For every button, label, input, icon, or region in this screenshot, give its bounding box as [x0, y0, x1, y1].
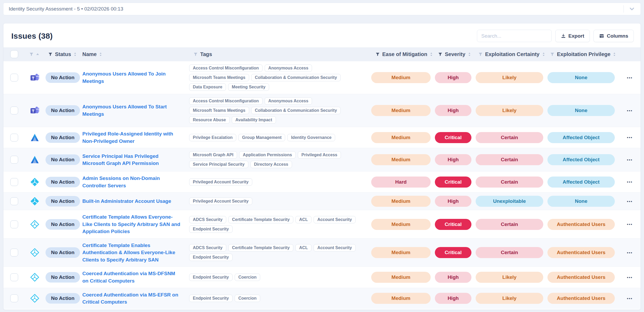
status-badge: No Action: [46, 154, 80, 165]
sort-icon[interactable]: [430, 52, 433, 57]
tag-chip: Microsoft Teams Meetings: [189, 107, 249, 114]
tag-chip: Anonymous Access: [265, 97, 312, 105]
column-header-name[interactable]: Name: [82, 51, 97, 57]
exploitation-certainty-pill: Certain: [476, 132, 543, 143]
tag-chip: Service Principal Security: [189, 161, 248, 168]
row-checkbox[interactable]: [10, 74, 18, 82]
sort-asc-icon[interactable]: [36, 53, 39, 56]
row-actions-button[interactable]: •••: [627, 222, 633, 227]
tag-list: ADCS SecurityCertificate Template Securi…: [186, 244, 371, 261]
table-body: No Action Anonymous Users Allowed To Joi…: [3, 61, 641, 309]
tag-list: Endpoint SecurityCoercion: [186, 295, 371, 302]
row-checkbox[interactable]: [10, 197, 18, 205]
tag-chip: Collaboration & Communication Security: [251, 107, 341, 114]
sort-icon[interactable]: [613, 52, 616, 57]
row-checkbox[interactable]: [10, 156, 18, 164]
column-header-exploitation-privilege[interactable]: Exploitation Privilege: [557, 51, 610, 57]
issue-name-link[interactable]: Anonymous Users Allowed To Join Meetings: [82, 71, 166, 84]
row-checkbox[interactable]: [10, 294, 18, 302]
export-button[interactable]: Export: [555, 30, 590, 42]
tag-chip: Account Security: [314, 216, 356, 223]
issue-name-link[interactable]: Anonymous Users Allowed To Start Meeting…: [82, 104, 167, 117]
row-checkbox[interactable]: [10, 249, 18, 256]
filter-icon[interactable]: [29, 52, 34, 57]
exploitation-privilege-pill: None: [547, 196, 615, 207]
row-checkbox[interactable]: [10, 107, 18, 114]
column-header-severity[interactable]: Severity: [445, 51, 465, 57]
table-row: No Action Coerced Authentication via MS-…: [3, 288, 641, 309]
tag-chip: Resource Abuse: [189, 116, 230, 124]
issue-name-link[interactable]: Certificate Template Enables Authenticat…: [82, 243, 175, 263]
ease-of-mitigation-pill: Medium: [371, 105, 431, 116]
tag-chip: ACL: [295, 216, 311, 223]
azure-ad-icon: [27, 133, 43, 142]
issue-name-link[interactable]: Coerced Authentication via MS-DFSNM on C…: [82, 271, 175, 284]
row-actions-button[interactable]: •••: [627, 76, 633, 80]
filter-icon[interactable]: [550, 52, 555, 57]
exploitation-certainty-pill: Likely: [476, 72, 543, 83]
row-actions-button[interactable]: •••: [627, 180, 633, 184]
issue-name-link[interactable]: Built-in Administrator Account Usage: [82, 198, 171, 204]
status-badge: No Action: [46, 219, 80, 230]
export-button-label: Export: [568, 33, 584, 39]
ease-of-mitigation-pill: Medium: [371, 272, 431, 283]
row-actions-button[interactable]: •••: [627, 250, 633, 255]
row-actions-button[interactable]: •••: [627, 199, 633, 204]
tag-chip: ADCS Security: [189, 244, 226, 251]
column-header-status[interactable]: Status: [55, 51, 71, 57]
sort-icon[interactable]: [99, 52, 102, 57]
tag-chip: Coercion: [235, 274, 260, 281]
table-header-row: Status Name Tags Ease of Mitigation Seve…: [3, 47, 641, 61]
ease-of-mitigation-pill: Medium: [371, 293, 431, 304]
search-input[interactable]: [477, 30, 552, 42]
tag-list: Microsoft Graph APIApplication Permissio…: [186, 151, 371, 168]
row-checkbox[interactable]: [10, 178, 18, 186]
row-checkbox[interactable]: [10, 220, 18, 228]
ease-of-mitigation-pill: Medium: [371, 196, 431, 207]
row-checkbox[interactable]: [10, 134, 18, 142]
sort-icon[interactable]: [73, 52, 77, 57]
active-directory-icon: [27, 273, 43, 282]
filter-icon[interactable]: [48, 52, 53, 57]
tag-chip: Certificate Template Security: [228, 244, 293, 251]
tag-chip: Certificate Template Security: [228, 216, 293, 223]
tag-list: Privilege EscalationGroup ManagementIden…: [186, 134, 371, 141]
column-header-tags[interactable]: Tags: [200, 51, 212, 57]
issue-name-link[interactable]: Coerced Authentication via MS-EFSR on Cr…: [82, 292, 178, 305]
row-actions-button[interactable]: •••: [627, 108, 633, 113]
row-actions-button[interactable]: •••: [627, 135, 633, 140]
sort-icon[interactable]: [468, 52, 471, 57]
column-header-ease-of-mitigation[interactable]: Ease of Mitigation: [382, 51, 427, 57]
tag-chip: Identity Governance: [287, 134, 335, 141]
tag-chip: Microsoft Teams Meetings: [189, 74, 249, 81]
row-checkbox[interactable]: [10, 273, 18, 281]
select-all-checkbox[interactable]: [10, 50, 18, 58]
azure-ad-icon: [27, 155, 43, 164]
filter-icon[interactable]: [375, 52, 380, 57]
tag-chip: Access Control Misconfiguration: [189, 64, 263, 72]
tag-chip: Application Permissions: [239, 151, 296, 159]
issue-name-link[interactable]: Service Principal Has Privileged Microso…: [82, 153, 159, 166]
columns-button[interactable]: Columns: [593, 30, 634, 42]
active-directory-icon: [27, 248, 43, 257]
table-row: No Action Certificate Template Enables A…: [3, 238, 641, 267]
tag-chip: Directory Access: [250, 161, 292, 168]
issue-name-link[interactable]: Certificate Template Allows Everyone-Lik…: [82, 214, 180, 234]
severity-pill: High: [435, 105, 471, 116]
row-actions-button[interactable]: •••: [627, 296, 633, 301]
filter-icon[interactable]: [193, 52, 198, 57]
filter-icon[interactable]: [478, 52, 483, 57]
row-actions-button[interactable]: •••: [627, 158, 633, 162]
filter-icon[interactable]: [438, 52, 442, 57]
table-footer: 1234 10: [3, 309, 641, 310]
exploitation-privilege-pill: None: [547, 72, 615, 83]
issue-name-link[interactable]: Privileged Role-Assigned Identity with N…: [82, 131, 173, 144]
issue-name-link[interactable]: Admin Sessions on Non-Domain Controller …: [82, 175, 160, 188]
sort-icon[interactable]: [542, 52, 545, 57]
table-row: No Action Privileged Role-Assigned Ident…: [3, 127, 641, 148]
tag-chip: Endpoint Security: [189, 254, 233, 261]
exploitation-certainty-pill: Likely: [476, 105, 543, 116]
row-actions-button[interactable]: •••: [627, 275, 633, 280]
assessment-dropdown-button[interactable]: [627, 4, 636, 13]
column-header-exploitation-certainty[interactable]: Exploitation Certainty: [485, 51, 540, 57]
